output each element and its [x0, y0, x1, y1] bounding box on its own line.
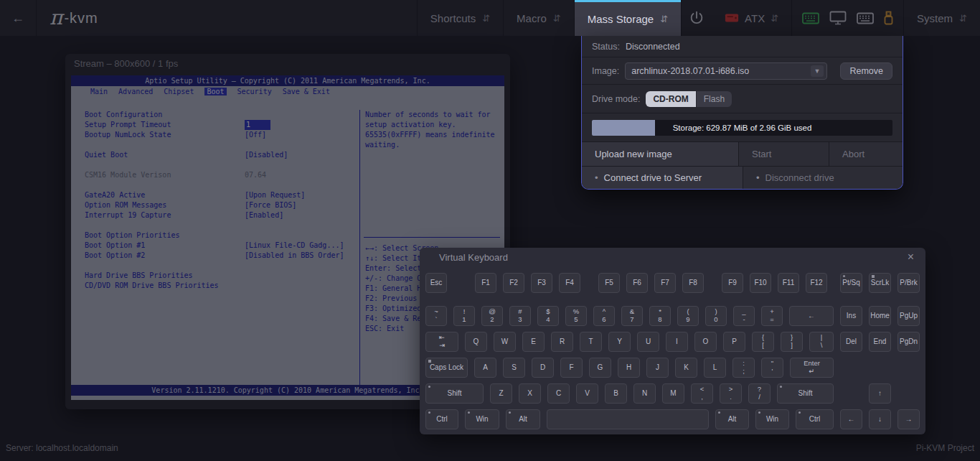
key-4[interactable]: $4: [537, 306, 559, 326]
mode-cdrom-button[interactable]: CD-ROM: [646, 91, 695, 107]
key-ctrl-right[interactable]: Ctrl: [796, 409, 834, 429]
key-enter[interactable]: Enter↵: [790, 358, 834, 378]
key-5[interactable]: %5: [565, 306, 587, 326]
key-z[interactable]: Z: [490, 383, 512, 404]
remove-image-button[interactable]: Remove: [840, 62, 892, 80]
upload-image-button[interactable]: Upload new image: [582, 142, 739, 166]
key-3[interactable]: #3: [509, 306, 531, 326]
key-bracket-right[interactable]: }]: [781, 332, 803, 352]
dot-led-indicator: [468, 411, 470, 414]
key-g[interactable]: G: [589, 358, 611, 378]
key-f2[interactable]: F2: [503, 273, 524, 293]
key-del[interactable]: Del: [840, 332, 862, 352]
key-equal[interactable]: +=: [761, 306, 783, 326]
key-o[interactable]: O: [694, 332, 717, 352]
key-win-right[interactable]: Win: [755, 409, 789, 429]
key-6[interactable]: ^6: [593, 306, 615, 326]
key-l[interactable]: L: [704, 358, 726, 378]
key-f7[interactable]: F7: [654, 273, 676, 293]
key-prtsc[interactable]: Pt/Sq: [840, 273, 862, 293]
key-tab[interactable]: ⇤⇥: [425, 332, 458, 352]
key-pgdn[interactable]: PgDn: [897, 332, 920, 352]
key-esc[interactable]: Esc: [425, 273, 447, 293]
key-f8[interactable]: F8: [682, 273, 704, 293]
key-1[interactable]: !1: [453, 306, 475, 326]
key-7[interactable]: &7: [621, 306, 643, 326]
key-c[interactable]: C: [547, 383, 570, 404]
key-b[interactable]: B: [605, 383, 627, 404]
disconnect-drive-button[interactable]: • Disconnect drive: [743, 167, 903, 189]
key-end[interactable]: End: [869, 332, 891, 352]
key-f11[interactable]: F11: [778, 273, 799, 293]
key-n[interactable]: N: [633, 383, 656, 404]
key-f12[interactable]: F12: [806, 273, 827, 293]
key-ctrl-left[interactable]: Ctrl: [425, 409, 458, 429]
key-ins[interactable]: Ins: [840, 306, 862, 326]
key-f[interactable]: F: [560, 358, 583, 378]
key-f9[interactable]: F9: [722, 273, 743, 293]
key-space[interactable]: [547, 409, 709, 429]
key-f6[interactable]: F6: [626, 273, 648, 293]
key-d[interactable]: D: [532, 358, 554, 378]
key-m[interactable]: M: [662, 383, 684, 404]
key-quote[interactable]: "': [761, 358, 783, 378]
key-comma[interactable]: <,: [691, 383, 713, 404]
key-backslash[interactable]: |\: [809, 332, 834, 352]
key-arrow-up[interactable]: ↑: [869, 383, 891, 404]
key-pgup[interactable]: PgUp: [897, 306, 920, 326]
connect-drive-button[interactable]: • Connect drive to Server: [582, 167, 743, 189]
key-home[interactable]: Home: [869, 306, 891, 326]
key-f4[interactable]: F4: [559, 273, 580, 293]
key-bracket-left[interactable]: {[: [752, 332, 774, 352]
close-icon[interactable]: ×: [905, 251, 917, 264]
key-arrow-right[interactable]: →: [897, 409, 920, 429]
key-f5[interactable]: F5: [598, 273, 620, 293]
key-win-left[interactable]: Win: [465, 409, 499, 429]
abort-upload-button[interactable]: Abort: [829, 142, 903, 166]
keyboard-window-titlebar[interactable]: Virtual Keyboard ×: [420, 248, 925, 266]
key-e[interactable]: E: [522, 332, 545, 352]
key-p[interactable]: P: [723, 332, 745, 352]
key-i[interactable]: I: [666, 332, 688, 352]
key-alt-left[interactable]: Alt: [506, 409, 540, 429]
key-9[interactable]: (9: [677, 306, 699, 326]
key-capslock[interactable]: Caps Lock: [425, 358, 468, 378]
key-0[interactable]: )0: [705, 306, 727, 326]
key-arrow-left[interactable]: ←: [840, 409, 862, 429]
key-v[interactable]: V: [576, 383, 598, 404]
keyboard-row: ShiftZXCVBNM<,>.?/Shift↑: [425, 383, 920, 404]
key-f3[interactable]: F3: [531, 273, 552, 293]
key-a[interactable]: A: [474, 358, 496, 378]
key-slash[interactable]: ?/: [748, 383, 771, 404]
key-minus[interactable]: _-: [733, 306, 755, 326]
key-shift-right[interactable]: Shift: [777, 383, 834, 404]
key-k[interactable]: K: [675, 358, 697, 378]
key-scrolllock[interactable]: ScrLk: [869, 273, 891, 293]
key-f1[interactable]: F1: [475, 273, 496, 293]
key-f10[interactable]: F10: [750, 273, 771, 293]
key-s[interactable]: S: [503, 358, 525, 378]
key-t[interactable]: T: [580, 332, 602, 352]
key-y[interactable]: Y: [608, 332, 631, 352]
key-shift-left[interactable]: Shift: [425, 383, 484, 404]
key-j[interactable]: J: [646, 358, 669, 378]
key-pause[interactable]: P/Brk: [897, 273, 920, 293]
key-x[interactable]: X: [519, 383, 541, 404]
key-2[interactable]: @2: [481, 306, 503, 326]
image-select[interactable]: archlinux-2018.07.01-i686.iso ▼: [625, 62, 827, 80]
nav-item-mass-storage[interactable]: Mass Storage ⇵: [575, 0, 681, 36]
key-u[interactable]: U: [637, 332, 659, 352]
key-period[interactable]: >.: [720, 383, 742, 404]
key-semicolon[interactable]: :;: [732, 358, 755, 378]
key-h[interactable]: H: [618, 358, 640, 378]
key-w[interactable]: W: [494, 332, 516, 352]
key-q[interactable]: Q: [465, 332, 487, 352]
key-r[interactable]: R: [551, 332, 573, 352]
key-grave[interactable]: ~`: [425, 306, 447, 326]
key-8[interactable]: *8: [649, 306, 671, 326]
key-alt-right[interactable]: Alt: [715, 409, 749, 429]
key-arrow-down[interactable]: ↓: [869, 409, 891, 429]
key-backspace[interactable]: ←: [789, 306, 834, 326]
start-upload-button[interactable]: Start: [739, 142, 829, 166]
mode-flash-button[interactable]: Flash: [696, 91, 732, 107]
